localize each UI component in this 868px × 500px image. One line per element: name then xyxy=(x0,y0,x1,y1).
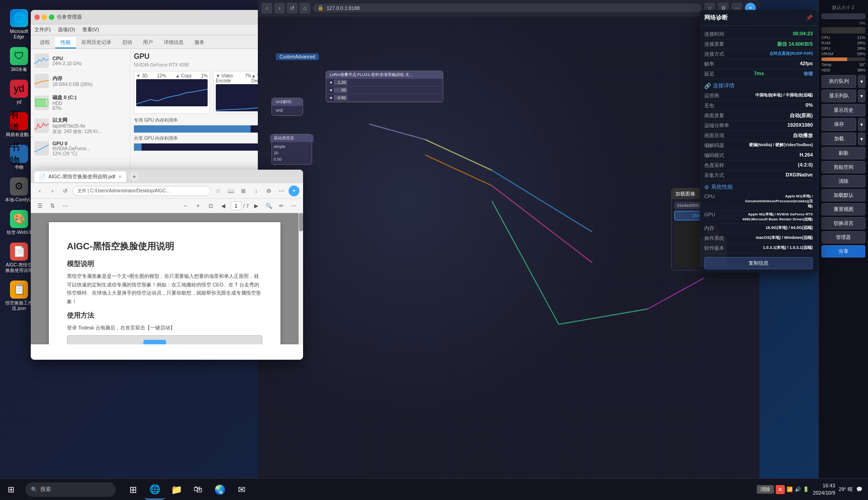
manager-btn[interactable]: 管理器 xyxy=(821,231,865,243)
load-arrow[interactable]: ▼ xyxy=(858,133,865,145)
pdf-main-area[interactable]: AIGC-黑悟空换脸使用说明 模型说明 黑悟空专属形象是是一个文+图生图的模型，… xyxy=(31,213,299,344)
taskbar-view-btn[interactable]: ⊞ xyxy=(123,480,143,500)
pdf-more2-btn[interactable]: ⋯ xyxy=(60,200,71,211)
pdf-view-btn[interactable]: ⊞ xyxy=(238,186,249,196)
load-default-btn[interactable]: 加载默认 xyxy=(821,189,865,201)
task-manager-title: 任务管理器 xyxy=(57,14,260,20)
task-item-network[interactable]: 以太网 tap8487bb35-6e 发送: 240 接收: 128 KI... xyxy=(31,114,130,138)
minimize-btn[interactable] xyxy=(42,14,47,20)
prev-page-btn[interactable]: ◀ xyxy=(218,200,229,211)
pdf-list-btn[interactable]: ☰ xyxy=(34,200,45,211)
comfy-canvas[interactable]: CustomAdvanced LoRA堆叠节点 FLUX1-彩钤东渐萃融训练-文… xyxy=(258,16,759,478)
page-input[interactable] xyxy=(231,201,242,210)
taskbar-weather: 29° 晴 xyxy=(839,486,853,493)
switch-lang-btn[interactable]: 切换语言 xyxy=(821,217,865,229)
address-bar[interactable]: 🔒 127.0.0.1:8188 xyxy=(313,4,702,12)
refresh-btn[interactable]: ↺ xyxy=(287,3,298,14)
taskbar-edge-app[interactable]: 🌐 xyxy=(145,480,165,500)
desktop-icon-edge[interactable]: 🌐 Microsoft Edge xyxy=(5,9,33,40)
taskbar-close-btn[interactable]: ✕ xyxy=(776,485,785,494)
desktop-icon-shuwu[interactable]: 书物 书物 xyxy=(5,145,33,170)
taskbar-clear-btn[interactable]: 消除 xyxy=(757,485,774,494)
desktop-icon-webui[interactable]: 🎨 绘世-WebUI xyxy=(5,210,33,235)
save-arrow[interactable]: ▼ xyxy=(858,118,865,131)
home-btn[interactable]: ⌂ xyxy=(299,3,310,14)
forward-btn[interactable]: › xyxy=(274,3,285,14)
save-btn[interactable]: 保存 xyxy=(821,118,856,131)
pdf-url-bar[interactable]: 文件 | C:/Users/Administrator/Desktop/AIGC… xyxy=(72,186,211,196)
pdf-tab-active[interactable]: 📄 AIGC-黑悟空换脸使用说明.pdf ✕ xyxy=(34,171,126,182)
show-list-btn[interactable]: 显示列队 xyxy=(821,90,856,102)
pdf-scrollbar[interactable] xyxy=(299,213,303,344)
zoom-fit-btn[interactable]: ⊡ xyxy=(205,200,216,211)
pdf-read-btn[interactable]: 📖 xyxy=(225,186,236,196)
net-fps-label: 帧率 xyxy=(704,61,714,67)
browser-back-btn[interactable]: ‹ xyxy=(34,186,45,196)
cpu-stat-value: 11% xyxy=(857,35,865,40)
start-button[interactable]: ⊞ xyxy=(0,479,22,500)
queue-arrow[interactable]: ▼ xyxy=(858,75,865,88)
load-btn[interactable]: 加载 xyxy=(821,133,856,145)
taskbar-datetime[interactable]: 16:43 2024/10/9 xyxy=(813,482,835,496)
pdf-settings-btn[interactable]: ⚙ xyxy=(263,186,274,196)
net-pin-icon[interactable]: 📌 xyxy=(806,14,813,21)
share-btn[interactable]: 分享 xyxy=(821,245,865,257)
pdf-actions-btn[interactable]: ⋯ xyxy=(289,200,299,211)
tab-app-history[interactable]: 应用历史记录 xyxy=(76,37,117,48)
tab-performance[interactable]: 性能 xyxy=(55,37,76,48)
custom-advanced-label: CustomAdvanced xyxy=(276,53,319,60)
desktop-icon-comfyui[interactable]: ⚙ 本地-ComfyUI xyxy=(5,177,33,203)
pdf-tab-close[interactable]: ✕ xyxy=(118,174,122,179)
zoom-out-btn[interactable]: − xyxy=(180,200,191,211)
pdf-sort-btn[interactable]: ⇅ xyxy=(47,200,58,211)
scrollbar-thumb[interactable] xyxy=(299,213,303,231)
tab-services[interactable]: 服务 xyxy=(189,37,210,48)
taskbar-explorer-app[interactable]: 📁 xyxy=(166,480,186,500)
zoom-in-btn[interactable]: + xyxy=(193,200,204,211)
desktop-icon-wangyi[interactable]: 有道 网易有道翻... xyxy=(5,112,33,138)
pdf-download-btn[interactable]: ↓ xyxy=(251,186,261,196)
add-prompt-btn[interactable] xyxy=(821,14,865,19)
tab-details[interactable]: 详细信息 xyxy=(158,37,189,48)
net-delay-action[interactable]: 收缩 xyxy=(804,71,813,77)
list-arrow[interactable]: ▼ xyxy=(858,90,865,102)
task-item-cpu[interactable]: CPU 24% 2.10 GHz xyxy=(31,51,130,71)
task-item-gpu[interactable]: GPU 0 NVIDIA GeForce... 12% (28 °C) xyxy=(31,138,130,159)
pdf-search-btn[interactable]: 🔍 xyxy=(263,200,274,211)
desktop-icon-flowjson[interactable]: 📋 悟空换脸工作流.json xyxy=(5,281,33,311)
taskbar-browser-app[interactable]: 🌏 xyxy=(210,480,230,500)
net-img-quality-label: 画面质量 xyxy=(704,112,724,119)
tab-startup[interactable]: 启动 xyxy=(117,37,138,48)
task-item-memory[interactable]: 内存 18.0/64.0 GB (28%) xyxy=(31,71,130,91)
vae-label: VAE xyxy=(275,107,299,114)
back-btn[interactable]: ‹ xyxy=(261,3,272,14)
pdf-star-btn[interactable]: ☆ xyxy=(213,186,223,196)
yd-label: yd xyxy=(17,100,22,105)
paste-space-btn[interactable]: 剪贴空间 xyxy=(821,161,865,173)
taskbar-search-bar[interactable]: 🔍 搜索 xyxy=(25,482,116,497)
taskbar-mail-app[interactable]: ✉ xyxy=(232,480,251,500)
taskbar-store-app[interactable]: 🛍 xyxy=(188,480,208,500)
new-tab-btn[interactable]: + xyxy=(130,172,139,181)
desktop-icon-youdu[interactable]: yd yd xyxy=(5,80,33,105)
clear-btn[interactable]: 清除 xyxy=(821,175,865,187)
reset-view-btn[interactable]: 重置视图 xyxy=(821,203,865,215)
desktop-icon-360[interactable]: 🛡 360杀毒 xyxy=(5,47,33,72)
pdf-pen-btn[interactable]: ✏ xyxy=(276,200,287,211)
menu-options[interactable]: 选项(O) xyxy=(58,25,75,34)
browser-refresh-btn[interactable]: ↺ xyxy=(60,186,71,196)
desktop-icon-aigcpdf[interactable]: 📄 AIGC-黑悟空换脸使用说明 xyxy=(5,243,33,273)
browser-forward-btn[interactable]: › xyxy=(47,186,58,196)
menu-view[interactable]: 查看(V) xyxy=(82,25,99,34)
copy-info-btn[interactable]: 复制信息 xyxy=(704,257,813,269)
tab-users[interactable]: 用户 xyxy=(138,37,158,48)
pdf-more-btn[interactable]: ⋯ xyxy=(276,186,287,196)
refresh-btn[interactable]: 刷新 xyxy=(821,147,865,159)
run-queue-btn[interactable]: 执行队列 xyxy=(821,75,856,88)
next-page-btn[interactable]: ▶ xyxy=(251,200,261,211)
maximize-btn[interactable] xyxy=(49,14,54,20)
show-history-btn[interactable]: 显示历史 xyxy=(821,104,865,116)
notification-icon[interactable]: 💬 xyxy=(856,486,863,492)
pdf-user-avatar[interactable]: ✦ xyxy=(289,186,299,196)
task-item-disk[interactable]: 磁盘 0 (C:) HDD 87% xyxy=(31,91,130,114)
